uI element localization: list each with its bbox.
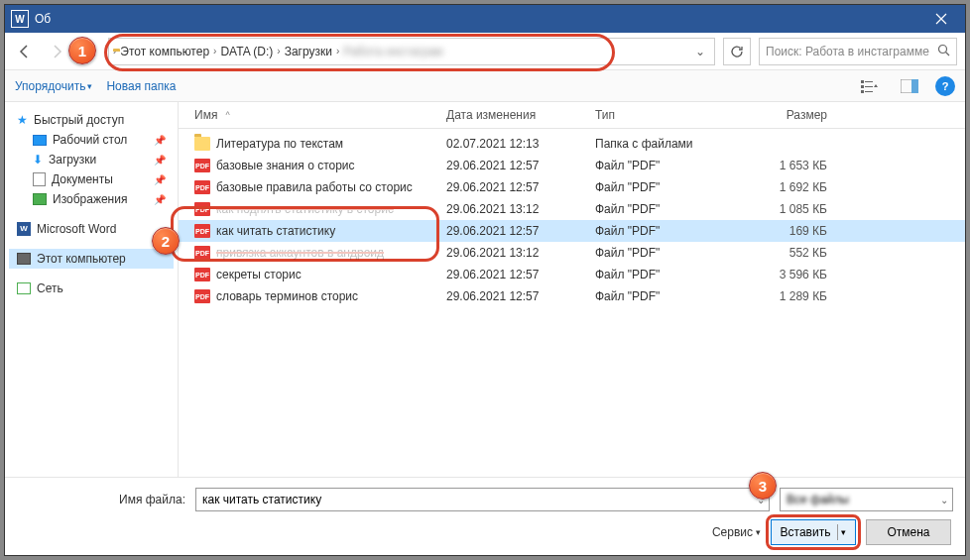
download-icon: ⬇: [33, 153, 43, 167]
svg-rect-4: [865, 86, 873, 87]
breadcrumb[interactable]: › Этот компьютер › DATA (D:) › Загрузки …: [113, 45, 690, 58]
file-name-cell: PDFсловарь терминов сторис: [188, 289, 446, 303]
address-bar[interactable]: › Этот компьютер › DATA (D:) › Загрузки …: [108, 38, 715, 65]
file-date-cell: 29.06.2021 12:57: [446, 289, 595, 303]
file-row[interactable]: PDFкак поднять статистику в сторис29.06.…: [179, 198, 965, 220]
file-type-cell: Файл "PDF": [595, 246, 744, 260]
address-dropdown-icon[interactable]: ⌄: [690, 45, 710, 58]
search-input[interactable]: Поиск: Работа в инстаграмме: [759, 38, 957, 65]
breadcrumb-item[interactable]: Загрузки: [285, 45, 332, 58]
chevron-down-icon: ▾: [87, 81, 92, 91]
filename-label: Имя файла:: [17, 493, 185, 506]
pc-icon: [17, 253, 31, 265]
pin-icon: 📌: [154, 155, 166, 166]
file-row[interactable]: Литература по текстам02.07.2021 12:13Пап…: [179, 133, 965, 155]
folder-icon: [194, 137, 210, 151]
column-headers[interactable]: Имя^ Дата изменения Тип Размер: [179, 102, 965, 129]
breadcrumb-item[interactable]: DATA (D:): [220, 45, 273, 58]
file-date-cell: 29.06.2021 13:12: [446, 202, 595, 216]
document-icon: [33, 172, 46, 186]
word-icon: W: [17, 222, 31, 236]
file-name-cell: Литература по текстам: [188, 137, 446, 151]
cancel-button[interactable]: Отмена: [866, 519, 951, 545]
annotation-badge-3: 3: [749, 472, 777, 500]
toolbar: Упорядочить ▾ Новая папка ?: [5, 70, 965, 102]
sidebar-word[interactable]: WMicrosoft Word: [9, 219, 174, 239]
file-type-cell: Файл "PDF": [595, 159, 744, 172]
file-size-cell: 1 653 КБ: [744, 159, 843, 172]
column-name[interactable]: Имя^: [188, 108, 446, 122]
insert-button[interactable]: Вставить ▾: [771, 519, 856, 545]
file-type-cell: Файл "PDF": [595, 224, 744, 238]
file-name-cell: PDFбазовые знания о сторис: [188, 159, 446, 172]
pdf-icon: PDF: [194, 180, 210, 194]
image-icon: [33, 193, 47, 205]
sidebar-desktop[interactable]: Рабочий стол📌: [9, 130, 174, 150]
sidebar-this-pc[interactable]: Этот компьютер: [9, 249, 174, 269]
sidebar-documents[interactable]: Документы📌: [9, 169, 174, 189]
organize-button[interactable]: Упорядочить ▾: [15, 79, 92, 93]
chevron-down-icon[interactable]: ▾: [841, 527, 846, 537]
breadcrumb-item-blurred: Работа инстаграм: [343, 45, 442, 58]
help-button[interactable]: ?: [935, 76, 955, 96]
svg-rect-2: [865, 81, 873, 82]
file-type-cell: Файл "PDF": [595, 202, 744, 216]
nav-forward-button: [45, 40, 68, 63]
preview-pane-button[interactable]: [896, 75, 923, 97]
close-button[interactable]: [919, 5, 963, 33]
sidebar-network[interactable]: Сеть: [9, 279, 174, 298]
file-date-cell: 29.06.2021 12:57: [446, 180, 595, 194]
file-row[interactable]: PDFсекреты сторис29.06.2021 12:57Файл "P…: [179, 264, 965, 285]
column-date[interactable]: Дата изменения: [446, 108, 595, 122]
file-row[interactable]: PDFкак читать статистику29.06.2021 12:57…: [179, 220, 965, 242]
annotation-badge-1: 1: [68, 37, 96, 64]
chevron-down-icon[interactable]: ⌄: [940, 495, 948, 505]
svg-point-0: [939, 45, 947, 53]
pdf-icon: PDF: [194, 202, 210, 216]
svg-rect-3: [861, 85, 864, 88]
pin-icon: 📌: [154, 194, 166, 205]
search-icon: [937, 44, 950, 59]
file-size-cell: 1 085 КБ: [744, 202, 843, 216]
file-row[interactable]: PDFпривязка аккаунтов в андроид29.06.202…: [179, 242, 965, 264]
titlebar: W Об: [5, 5, 965, 33]
column-size[interactable]: Размер: [744, 108, 843, 122]
file-name-cell: PDFкак читать статистику: [188, 224, 446, 238]
new-folder-button[interactable]: Новая папка: [106, 79, 176, 93]
nav-back-button[interactable]: [13, 40, 37, 63]
file-date-cell: 29.06.2021 12:57: [446, 268, 595, 281]
annotation-badge-2: 2: [152, 227, 180, 255]
sidebar-quick-access[interactable]: ★Быстрый доступ: [9, 110, 174, 130]
file-date-cell: 29.06.2021 12:57: [446, 159, 595, 172]
file-size-cell: 1 692 КБ: [744, 180, 843, 194]
sidebar-images[interactable]: Изображения📌: [9, 189, 174, 209]
file-row[interactable]: PDFбазовые правила работы со сторис29.06…: [179, 176, 965, 198]
filename-input[interactable]: как читать статистику ⌄: [195, 488, 770, 511]
window-title: Об: [35, 12, 51, 26]
breadcrumb-item[interactable]: Этот компьютер: [120, 45, 209, 58]
file-size-cell: 169 КБ: [744, 224, 843, 238]
sidebar-downloads[interactable]: ⬇Загрузки📌: [9, 150, 174, 169]
svg-rect-5: [861, 90, 864, 93]
file-filter-select[interactable]: Все файлы ⌄: [780, 488, 953, 511]
file-name-cell: PDFбазовые правила работы со сторис: [188, 180, 446, 194]
pdf-icon: PDF: [194, 246, 210, 260]
service-button[interactable]: Сервис ▾: [712, 525, 761, 539]
star-icon: ★: [17, 113, 28, 127]
chevron-right-icon: ›: [113, 46, 116, 56]
pin-icon: 📌: [154, 135, 166, 146]
pdf-icon: PDF: [194, 159, 210, 172]
file-date-cell: 02.07.2021 12:13: [446, 137, 595, 151]
file-size-cell: 552 КБ: [744, 246, 843, 260]
nav-row: › Этот компьютер › DATA (D:) › Загрузки …: [5, 33, 965, 70]
refresh-button[interactable]: [723, 38, 751, 65]
pdf-icon: PDF: [194, 289, 210, 303]
file-type-cell: Файл "PDF": [595, 268, 744, 281]
view-details-button[interactable]: [856, 75, 884, 97]
file-row[interactable]: PDFсловарь терминов сторис29.06.2021 12:…: [179, 285, 965, 307]
network-icon: [17, 282, 31, 294]
column-type[interactable]: Тип: [595, 108, 744, 122]
file-size-cell: 1 289 КБ: [744, 289, 843, 303]
pdf-icon: PDF: [194, 224, 210, 238]
file-row[interactable]: PDFбазовые знания о сторис29.06.2021 12:…: [179, 155, 965, 176]
